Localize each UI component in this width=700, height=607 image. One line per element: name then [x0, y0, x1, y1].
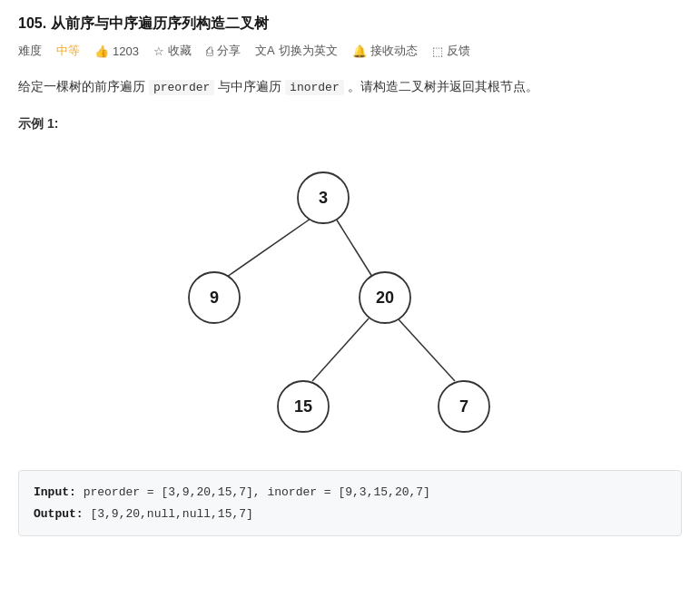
difficulty-value: 中等 [56, 43, 80, 59]
bell-icon: 🔔 [352, 44, 367, 58]
feedback-label: 反馈 [447, 43, 470, 59]
desc-text-after: 。请构造二叉树并返回其根节点。 [344, 79, 538, 93]
tree-svg: 3 9 20 15 7 [142, 143, 559, 452]
desc-text-mid: 与中序遍历 [214, 79, 285, 93]
edge-3-9 [227, 219, 311, 277]
node-9-label: 9 [209, 289, 218, 307]
switch-lang-button[interactable]: 文A 切换为英文 [255, 43, 338, 59]
output-value: [3,9,20,null,null,15,7] [90, 507, 252, 521]
edge-20-7 [398, 318, 455, 381]
node-7-label: 7 [458, 397, 468, 416]
input-bold: Input: [34, 485, 76, 499]
desc-code-preorder: preorder [149, 80, 214, 95]
share-icon: ⎙ [206, 44, 213, 58]
output-bold: Output: [34, 507, 84, 521]
share-button[interactable]: ⎙ 分享 [206, 43, 241, 59]
desc-text-before: 给定一棵树的前序遍历 [18, 79, 149, 93]
edge-20-15 [312, 318, 369, 381]
difficulty-label: 难度 [18, 43, 42, 59]
node-15-label: 15 [293, 397, 311, 416]
collect-button[interactable]: ☆ 收藏 [153, 43, 192, 59]
desc-code-inorder: inorder [285, 80, 344, 95]
switch-lang-label: 切换为英文 [279, 43, 338, 59]
translate-icon: 文A [255, 43, 275, 59]
tree-diagram: 3 9 20 15 7 [18, 143, 682, 452]
edge-3-20 [336, 219, 372, 277]
feedback-icon: ⬚ [432, 44, 443, 58]
io-box: Input: preorder = [3,9,20,15,7], inorder… [18, 470, 682, 536]
input-value: preorder = [3,9,20,15,7], inorder = [9,3… [84, 485, 430, 499]
output-line: Output: [3,9,20,null,null,15,7] [34, 504, 666, 524]
example-label: 示例 1: [18, 116, 682, 132]
input-line: Input: preorder = [3,9,20,15,7], inorder… [34, 482, 666, 503]
notify-button[interactable]: 🔔 接收动态 [352, 43, 418, 59]
problem-title[interactable]: 105. 从前序与中序遍历序列构造二叉树 [18, 15, 682, 34]
node-3-label: 3 [318, 189, 327, 207]
page-container: 105. 从前序与中序遍历序列构造二叉树 难度 中等 👍 1203 ☆ 收藏 ⎙… [0, 0, 700, 551]
meta-bar: 难度 中等 👍 1203 ☆ 收藏 ⎙ 分享 文A 切换为英文 🔔 接收动态 ⬚… [18, 43, 682, 59]
notify-label: 接收动态 [370, 43, 418, 59]
likes-count: 1203 [113, 44, 139, 58]
thumbs-up-icon: 👍 [94, 44, 109, 58]
title-text: 105. 从前序与中序遍历序列构造二叉树 [18, 15, 269, 31]
problem-description: 给定一棵树的前序遍历 preorder 与中序遍历 inorder 。请构造二叉… [18, 75, 682, 98]
share-label: 分享 [217, 43, 241, 59]
likes-button[interactable]: 👍 1203 [94, 44, 139, 58]
node-20-label: 20 [375, 289, 393, 307]
collect-label: 收藏 [168, 43, 192, 59]
star-icon: ☆ [153, 44, 164, 58]
feedback-button[interactable]: ⬚ 反馈 [432, 43, 470, 59]
